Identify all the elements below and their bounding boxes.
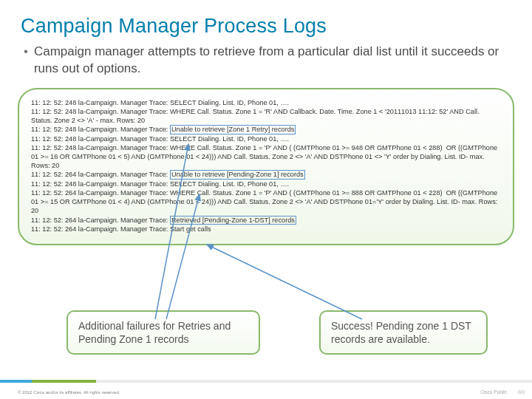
log-line: 11: 12: 52: 248 la-Campaign. Manager Tra… <box>31 134 501 143</box>
footer: © 2012 Cisco and/or its affiliates. All … <box>0 380 532 399</box>
log-line: 11: 12: 52: 248 la-Campaign. Manager Tra… <box>31 180 501 188</box>
log-line: 11: 12: 52: 248 la-Campaign. Manager Tra… <box>31 98 501 107</box>
classification-text: Cisco Public <box>480 389 507 395</box>
highlighted-fragment: Unable to retrieve [Pending-Zone 1] reco… <box>170 170 305 180</box>
callout-failures: Additional failures for Retries and Pend… <box>66 310 260 355</box>
callouts: Additional failures for Retries and Pend… <box>0 310 532 355</box>
copyright-text: © 2012 Cisco and/or its affiliates. All … <box>18 390 120 395</box>
log-line: 11: 12: 52: 248 la-Campaign. Manager Tra… <box>31 107 501 125</box>
brand-stripe <box>0 380 532 383</box>
page-title: Campaign Manager Process Logs <box>0 0 532 44</box>
bullet-mark: • <box>24 44 28 78</box>
log-line: 11: 12: 52: 264 la-Campaign. Manager Tra… <box>31 225 501 233</box>
page-number: 60 <box>518 389 525 395</box>
bullet-text: Campaign manager attempts to retrieve fr… <box>34 44 510 78</box>
log-line: 11: 12: 52: 248 la-Campaign. Manager Tra… <box>31 143 501 170</box>
log-line: 11: 12: 52: 248 la-Campaign. Manager Tra… <box>31 125 501 134</box>
highlighted-fragment: Retrieved [Pending-Zone 1-DST] records <box>170 216 296 225</box>
log-line: 11: 12: 52: 264 la-Campaign. Manager Tra… <box>31 170 501 180</box>
bullet-row: • Campaign manager attempts to retrieve … <box>0 44 532 78</box>
arrow-line <box>207 245 362 319</box>
highlighted-fragment: Unable to retrieve [Zone 1 Retry] record… <box>170 125 296 134</box>
log-box: 11: 12: 52: 248 la-Campaign. Manager Tra… <box>18 88 514 245</box>
callout-success: Success! Pending zone 1 DST records are … <box>319 310 488 355</box>
log-line: 11: 12: 52: 264 la-Campaign. Manager Tra… <box>31 216 501 225</box>
log-line: 11: 12: 52: 264 la-Campaign. Manager Tra… <box>31 188 501 215</box>
